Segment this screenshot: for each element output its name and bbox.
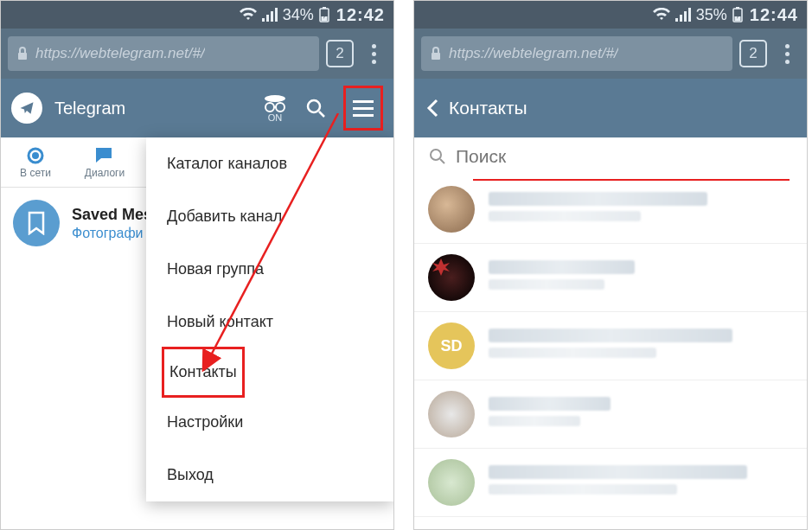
incognito-toggle[interactable]: ON [262,93,288,123]
contact-avatar [428,459,475,506]
svg-rect-22 [736,7,739,9]
search-input[interactable] [456,146,793,167]
dropdown-menu: Каталог каналов Добавить канал Новая гру… [146,137,393,501]
back-icon[interactable] [426,98,440,118]
phone-right: 35% 12:44 https://webtelegram.net/#/ 2 К… [413,0,808,530]
avatar-saved [13,200,60,246]
search-row [414,137,807,176]
browser-toolbar: https://webtelegram.net/#/ 2 [1,29,393,79]
contact-info [489,329,793,363]
svg-line-13 [319,112,324,117]
menu-item-catalog[interactable]: Каталог каналов [146,137,393,190]
statusbar: 35% 12:44 [414,1,807,29]
signal-icon [675,8,691,22]
lock-icon [16,47,29,61]
tab-count[interactable]: 2 [739,40,767,67]
url-bar[interactable]: https://webtelegram.net/#/ [8,36,319,71]
svg-rect-5 [323,7,326,9]
contact-avatar: SD [428,322,475,369]
tab-count[interactable]: 2 [326,40,354,67]
contact-info [489,260,793,295]
tab-online-label: В сети [20,167,51,179]
svg-rect-18 [680,15,682,22]
svg-rect-1 [266,15,269,22]
hamburger-menu-button[interactable] [343,86,383,131]
menu-item-contacts[interactable]: Контакты [162,347,245,398]
svg-line-26 [440,159,444,163]
menu-item-new-group[interactable]: Новая группа [146,243,393,296]
svg-point-8 [265,95,285,102]
signal-icon [262,8,278,22]
bookmark-icon [27,211,46,235]
contact-row[interactable] [414,244,807,312]
svg-point-10 [276,103,285,112]
tab-dialogs[interactable]: Диалоги [70,137,139,187]
clock-time: 12:44 [750,5,798,25]
svg-rect-2 [271,11,273,22]
search-icon [428,147,447,166]
contacts-header: Контакты [414,79,807,137]
svg-rect-19 [684,11,687,22]
svg-point-12 [308,100,320,112]
svg-rect-20 [688,8,691,22]
dialogs-icon [94,146,115,165]
app-header: Telegram ON [1,79,393,137]
url-bar[interactable]: https://webtelegram.net/#/ [421,36,732,71]
contact-avatar [428,186,475,233]
battery-percent: 34% [283,6,314,24]
svg-rect-0 [262,18,265,22]
svg-rect-17 [675,18,678,22]
contact-row[interactable] [414,449,807,517]
contact-info [489,465,793,500]
menu-item-settings[interactable]: Настройки [146,396,393,449]
menu-item-add-channel[interactable]: Добавить канал [146,190,393,243]
status-icons: 35% [653,6,743,24]
menu-item-logout[interactable]: Выход [146,449,393,501]
contact-avatar [428,254,475,301]
contact-info [489,192,793,227]
contact-row[interactable]: SD [414,312,807,380]
browser-toolbar: https://webtelegram.net/#/ 2 [414,29,807,79]
statusbar: 34% 12:42 [1,1,393,29]
menu-item-new-contact[interactable]: Новый контакт [146,296,393,348]
svg-point-25 [431,150,441,160]
battery-icon [319,7,329,22]
tab-online[interactable]: В сети [1,137,70,187]
lock-icon [430,47,442,61]
contact-row[interactable] [414,380,807,449]
incognito-label: ON [268,112,283,123]
contact-row[interactable] [414,176,807,244]
annotation-underline [473,179,790,181]
wifi-icon [240,8,257,22]
browser-menu-icon[interactable] [361,44,387,64]
incognito-icon [262,93,288,112]
search-button[interactable] [300,97,331,119]
phone-left: 34% 12:42 https://webtelegram.net/#/ 2 T… [0,0,394,530]
online-icon [26,146,45,165]
status-icons: 34% [240,6,329,24]
svg-point-9 [265,103,274,112]
contacts-title: Контакты [449,98,527,118]
url-text: https://webtelegram.net/#/ [35,45,205,62]
svg-rect-3 [275,8,278,22]
telegram-logo-icon[interactable] [11,93,42,124]
wifi-icon [653,8,670,22]
clock-time: 12:42 [336,5,385,25]
svg-point-15 [32,152,39,159]
svg-rect-7 [18,53,27,60]
search-icon [304,97,327,119]
svg-rect-24 [432,53,440,60]
browser-menu-icon[interactable] [774,44,800,64]
tab-dialogs-label: Диалоги [85,167,125,179]
battery-percent: 35% [696,6,727,24]
url-text: https://webtelegram.net/#/ [449,45,618,62]
contact-avatar [428,391,475,437]
app-title: Telegram [54,99,250,118]
contact-info [489,397,793,431]
battery-icon [732,7,743,22]
